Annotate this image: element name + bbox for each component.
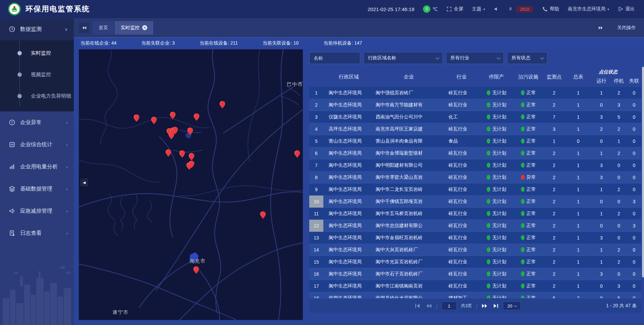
row-index: 3 [309,111,323,123]
org-menu[interactable]: 南充市生态环境局 ▾ [568,6,609,12]
row-index: 12 [309,220,323,232]
table-row[interactable]: 10阆中生态环境局阆中千佛镇五郎垭页岩砖瓦行业无计划正常21003 [309,196,641,208]
tab-realtime[interactable]: 实时监控✕ [115,21,153,35]
close-operations-button[interactable]: 关闭操作 [617,25,636,31]
chevron-down-icon: ▾ [483,7,485,11]
row-monitor: 7 [544,114,565,120]
table-scrollbar-thumb[interactable] [642,67,644,277]
table-row[interactable]: 8阆中生态环境局阆中市枣碧大梁山页岩砖瓦行业无计划异常21300 [309,171,641,183]
chevron-left-icon: ‹ [66,231,68,236]
chevron-left-icon: ‹ [66,164,68,169]
table-row[interactable]: 6阆中生态环境局阆中市金博瑞新型墙材砖瓦行业无计划正常21120 [309,147,641,159]
row-halt: 2 [611,211,627,216]
map-pin-icon[interactable] [294,150,300,158]
name-filter-input[interactable] [309,52,360,64]
row-industry: 砖瓦行业 [443,150,480,156]
last-page-button[interactable] [492,303,499,309]
sidebar-item-label: 视频监控 [31,71,51,78]
sidebar-item-enterprise-stats[interactable]: 企业综合统计‹ [0,133,74,156]
row-facility: 正常 [513,199,544,205]
sidebar-item-emergency[interactable]: 应急减排管理‹ [0,200,74,222]
fullscreen-button[interactable]: 全屏 [446,6,463,12]
table-row[interactable]: 9阆中生态环境局阆中市二龙长宝页岩砖砖瓦行业无计划正常21120 [309,183,641,196]
next-page-button[interactable] [481,303,488,309]
map-pin-icon[interactable] [189,153,195,160]
row-run: 1 [592,247,611,253]
table-row[interactable]: 17阆中生态环境局阆中市江南镇阆南页岩砖瓦行业无计划正常21030 [309,280,641,292]
log-icon [9,230,15,236]
map-pin-icon[interactable] [170,112,176,119]
separator: | [476,303,477,309]
table-row[interactable]: 14阆中生态环境局阆中大兴页岩机砖厂砖瓦行业无计划正常21120 [309,244,641,256]
status-dot-icon [521,283,525,288]
sidebar-item-label: 实时监控 [31,50,51,56]
row-index: 4 [309,123,323,135]
row-facility-label: 正常 [527,186,536,192]
sidebar-item-power-analysis[interactable]: 企业用电量分析‹ [0,156,74,178]
table-row[interactable]: 11阆中生态环境局阆中市五马桥页岩机砖砖瓦行业无计划正常21120 [309,208,641,220]
map-pin-icon[interactable] [260,211,266,219]
tabs-scroll-left-button[interactable] [79,23,89,33]
prev-page-button[interactable] [425,303,432,309]
tab-home[interactable]: 首页 [93,21,114,35]
row-facility-label: 正常 [527,235,536,240]
theme-button[interactable]: 主题 ▾ [472,6,485,12]
table-row[interactable]: 13阆中生态环境局阆中市金福旺页岩机砖砖瓦行业无计划正常21300 [309,232,641,244]
status-filter-select[interactable]: 所有状态 [507,52,547,64]
close-icon[interactable]: ✕ [142,25,147,30]
map-pin-icon[interactable] [165,149,171,157]
table-row[interactable]: 12阆中生态环境局阆中市忠信建材有限公砖瓦行业无计划正常21003 [309,220,641,232]
fullscreen-label: 全屏 [454,6,463,12]
table-header: 行政区域 企业 行业 停限产 治污设施 监测点 总表 运行 停机 失联 点位状态 [309,67,641,87]
sidebar-item-data-monitoring[interactable]: 数据监测∨ [0,18,74,40]
map-pin-icon[interactable] [168,132,174,139]
region-filter-select[interactable]: 行政区域名称 [364,52,443,64]
map-canvas[interactable]: 巴中市南充市遂宁市 ◀ [79,49,303,320]
map-pin-icon[interactable] [194,113,200,121]
row-halt: 2 [611,90,627,96]
tabs-scroll-right-button[interactable] [596,23,606,33]
map-pin-icon[interactable] [187,127,193,135]
row-facility: 正常 [513,162,544,168]
map-pin-icon[interactable] [179,150,185,158]
help-button[interactable]: 帮助 [542,6,559,12]
status-dot-icon [521,211,525,216]
industry-filter-select[interactable]: 所有行业 [446,52,504,64]
row-index: 2 [309,99,323,111]
sidebar-item-video-monitor[interactable]: 视频监控 [0,64,74,85]
map-collapse-button[interactable]: ◀ [80,178,88,187]
sound-button[interactable] [494,6,499,12]
row-halt: 0 [611,199,627,204]
bullet-dot-icon [17,72,22,77]
first-page-button[interactable] [415,303,421,309]
table-row[interactable]: 2阆中生态环境局阆中市南方节能建材有砖瓦行业无计划正常21030 [309,99,641,111]
sidebar-item-realtime-monitor[interactable]: 实时监控 [0,42,74,64]
sidebar-item-power-load-detail[interactable]: 企业电力负荷明细 [0,85,74,107]
table-row[interactable]: 7阆中生态环境局阆中明阳建材有限公司砖瓦行业无计划正常21300 [309,159,641,171]
table-row[interactable]: 1阆中生态环境局阆中强锐页岩砖厂砖瓦行业无计划正常21120 [309,87,641,99]
map-pin-icon[interactable] [189,161,195,168]
table-row[interactable]: 15阆中生态环境局阆中市光富页岩机砖厂砖瓦行业无计划正常21120 [309,256,641,268]
map-pin-icon[interactable] [219,101,225,108]
sidebar-item-base-data[interactable]: 基础数据管理‹ [0,178,74,200]
logout-button[interactable]: 退出 [618,6,635,12]
col-run: 运行 [592,78,611,87]
table-row[interactable]: 16阆中生态环境局阆中市石子页岩机砖厂砖瓦行业无计划正常21300 [309,268,641,280]
row-stop-plan: 无计划 [480,247,513,253]
sidebar-item-enterprise-abnormal[interactable]: 企业异常‹ [0,111,74,133]
page-size-select[interactable]: 20 [503,302,521,310]
notifications[interactable]: 2632 [508,6,534,12]
row-total: 1 [565,271,592,277]
row-lost: 0 [627,283,641,289]
map-pin-icon[interactable] [133,114,140,122]
table-row[interactable]: 4高坪生态环境局南充市高坪区王家店建砖瓦行业无计划正常31220 [309,123,641,135]
row-total: 2 [565,295,592,298]
page-number-input[interactable] [441,302,457,310]
table-row[interactable]: 3仪陇生态环境局西南油气田分公司川中化工无计划正常71350 [309,111,641,123]
map-pin-icon[interactable] [193,266,199,274]
table-row[interactable]: 5营山生态环境局营山县润丰肉食品有限食品无计划正常10010 [309,135,641,147]
row-stop-plan-label: 无计划 [492,174,506,180]
table-row[interactable]: 18南部生态环境局南部县砖化水泥有限公建材加工无计划正常52050 [309,292,641,298]
map-pin-icon[interactable] [151,117,157,124]
sidebar-item-logs[interactable]: 日志查看‹ [0,222,74,244]
